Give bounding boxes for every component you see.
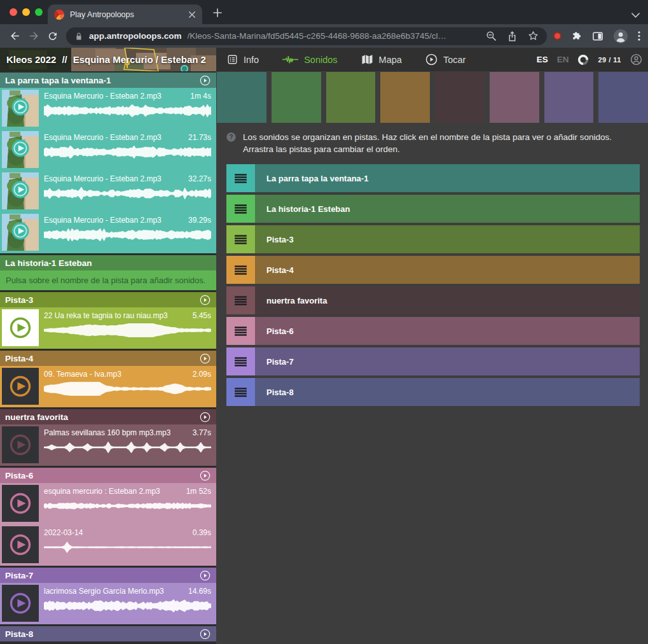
sidebar-section: Pista-409. Temaeva - Iva.mp32.09s <box>0 351 216 407</box>
browser-tab[interactable]: Play Antropoloops <box>48 4 202 24</box>
track-play-icon[interactable] <box>200 353 210 364</box>
clip-name: Esquina Mercurio - Esteban 2.mp3 <box>44 133 162 142</box>
tab-search-chevron-icon[interactable] <box>631 9 640 20</box>
sidebar-section: La historia-1 EstebanPulsa sobre el nomb… <box>0 255 216 290</box>
url-path: /Kleos-Santa-Marina/fd5d5445-c265-4468-9… <box>188 31 480 41</box>
drag-handle[interactable] <box>226 195 255 223</box>
clip-waveform[interactable] <box>44 382 211 396</box>
clip-play-thumbnail[interactable] <box>2 485 39 522</box>
track-name-bar[interactable]: Pista-4 <box>255 256 640 284</box>
window-maximize-button[interactable] <box>35 8 43 16</box>
side-panel-icon[interactable] <box>592 31 603 42</box>
drag-handle[interactable] <box>226 317 255 345</box>
clip-waveform[interactable] <box>44 186 211 200</box>
window-close-button[interactable] <box>10 8 17 16</box>
track-row[interactable]: Pista-6 <box>226 317 640 345</box>
account-icon[interactable] <box>630 53 642 66</box>
track-row[interactable]: La parra tapa la ventana-1 <box>226 164 640 192</box>
drag-handle[interactable] <box>226 164 255 192</box>
audio-clip: esquina mercurio : Esteban 2.mp31m 52s <box>0 483 216 524</box>
overflow-menu-icon[interactable] <box>638 31 640 41</box>
reload-button[interactable] <box>43 27 62 46</box>
clip-waveform[interactable] <box>44 228 211 242</box>
clip-play-thumbnail[interactable] <box>2 90 39 127</box>
track-row[interactable]: Pista-8 <box>226 378 640 406</box>
nav-tocar[interactable]: Tocar <box>425 53 465 66</box>
track-name-bar[interactable]: La historia-1 Esteban <box>255 195 640 223</box>
forward-arrow-button[interactable] <box>24 27 43 46</box>
new-tab-button[interactable] <box>210 6 224 20</box>
track-play-icon[interactable] <box>200 470 210 481</box>
clip-duration: 0.39s <box>193 528 211 537</box>
recording-indicator[interactable] <box>553 32 562 40</box>
clip-name: 09. Temaeva - Iva.mp3 <box>44 370 121 379</box>
track-play-icon[interactable] <box>200 629 210 640</box>
clip-waveform[interactable] <box>44 540 211 554</box>
clip-waveform[interactable] <box>44 323 211 337</box>
clip-duration: 21.73s <box>188 133 211 142</box>
track-name-bar[interactable]: nuertra favorita <box>255 286 640 314</box>
clip-waveform[interactable] <box>44 599 211 613</box>
track-row[interactable]: nuertra favorita <box>226 286 640 314</box>
play-circle-icon <box>425 53 438 66</box>
clip-waveform[interactable] <box>44 145 211 159</box>
extensions-puzzle-icon[interactable] <box>571 31 583 42</box>
nav-sonidos[interactable]: Sonidos <box>282 55 337 65</box>
window-minimize-button[interactable] <box>22 8 30 16</box>
track-section-header[interactable]: Pista-4 <box>0 351 216 366</box>
track-row[interactable]: Pista-4 <box>226 256 640 284</box>
clip-waveform[interactable] <box>44 104 211 118</box>
track-name-bar[interactable]: Pista-7 <box>255 347 640 375</box>
language-en[interactable]: EN <box>557 55 569 64</box>
share-icon[interactable] <box>507 31 517 41</box>
track-section-body: 09. Temaeva - Iva.mp32.09s <box>0 366 216 407</box>
track-name-bar[interactable]: Pista-3 <box>255 225 640 253</box>
lock-icon[interactable] <box>74 32 83 41</box>
clip-play-thumbnail[interactable] <box>2 309 39 346</box>
drag-handle[interactable] <box>226 378 255 406</box>
clip-play-thumbnail[interactable] <box>2 526 39 563</box>
track-row[interactable]: La historia-1 Esteban <box>226 195 640 223</box>
profile-icon[interactable] <box>613 29 628 44</box>
track-play-icon[interactable] <box>200 75 210 86</box>
track-section-title: Pista-7 <box>5 571 33 580</box>
clip-play-thumbnail[interactable] <box>2 214 39 251</box>
clip-play-thumbnail[interactable] <box>2 368 39 405</box>
clip-waveform[interactable] <box>44 440 211 454</box>
track-section-header[interactable]: Pista-6 <box>0 468 216 483</box>
clip-waveform[interactable] <box>44 499 211 513</box>
zoom-out-icon[interactable] <box>486 31 497 41</box>
clip-play-thumbnail[interactable] <box>2 172 39 209</box>
drag-handle[interactable] <box>226 286 255 314</box>
track-section-header[interactable]: Pista-7 <box>0 568 216 583</box>
address-bar[interactable]: app.antropoloops.com /Kleos-Santa-Marina… <box>66 27 547 45</box>
bookmark-star-icon[interactable] <box>528 31 539 41</box>
nav-info[interactable]: Info <box>227 54 259 65</box>
tab-close-icon[interactable] <box>188 11 196 18</box>
track-name: La historia-1 Esteban <box>266 204 350 214</box>
track-row[interactable]: Pista-7 <box>226 347 640 375</box>
clip-play-thumbnail[interactable] <box>2 131 39 168</box>
track-section-header[interactable]: Pista-8 <box>0 626 216 641</box>
drag-handle[interactable] <box>226 225 255 253</box>
back-arrow-button[interactable] <box>5 27 24 46</box>
track-section-header[interactable]: La historia-1 Esteban <box>0 255 216 270</box>
track-name-bar[interactable]: La parra tapa la ventana-1 <box>255 164 640 192</box>
language-es[interactable]: ES <box>537 55 548 64</box>
clip-play-thumbnail[interactable] <box>2 426 39 463</box>
track-play-icon[interactable] <box>200 570 210 581</box>
clip-play-thumbnail[interactable] <box>2 585 39 622</box>
track-play-icon[interactable] <box>200 295 210 305</box>
track-section-header[interactable]: La parra tapa la ventana-1 <box>0 73 216 88</box>
track-name-bar[interactable]: Pista-8 <box>255 378 640 406</box>
drag-handle[interactable] <box>226 256 255 284</box>
track-row[interactable]: Pista-3 <box>226 225 640 253</box>
track-section-header[interactable]: Pista-3 <box>0 292 216 307</box>
track-section-header[interactable]: nuertra favorita <box>0 409 216 424</box>
clip-name: esquina mercurio : Esteban 2.mp3 <box>44 487 160 496</box>
breadcrumb-project[interactable]: Kleos 2022 <box>6 54 56 65</box>
track-play-icon[interactable] <box>200 412 210 423</box>
nav-mapa[interactable]: Mapa <box>361 54 402 65</box>
track-name-bar[interactable]: Pista-6 <box>255 317 640 345</box>
drag-handle[interactable] <box>226 347 255 375</box>
